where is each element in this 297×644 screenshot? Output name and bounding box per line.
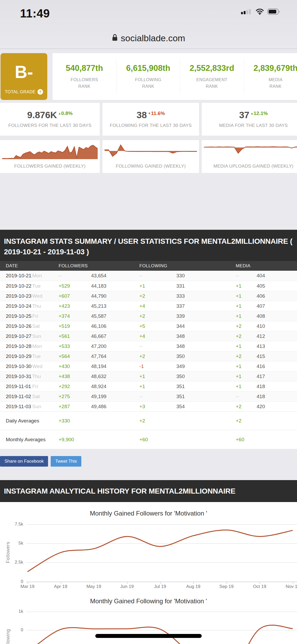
monthly-averages-label: Monthly Averages — [6, 437, 59, 443]
axis-tick — [61, 582, 61, 584]
cell-media_change: +1 — [236, 293, 257, 299]
rank-value: 540,877th — [66, 63, 103, 73]
y-axis-title: Followers — [5, 537, 11, 568]
x-axis-label: Apr 19 — [54, 584, 67, 589]
url-text: socialblade.com — [121, 33, 185, 43]
stat-label: FOLLOWING FOR THE LAST 30 DAYS — [110, 123, 192, 128]
rank-label: ENGAGEMENTRANK — [196, 77, 228, 90]
rank-value: 2,839,679th — [253, 63, 297, 73]
axis-tick — [260, 582, 260, 584]
cell-followers: 47,764 — [91, 353, 139, 359]
cell-followers: 48,632 — [91, 374, 139, 379]
rank-label: FOLLOWERSRANK — [71, 77, 98, 90]
cell-followers: 48,194 — [91, 364, 139, 369]
tweet-button[interactable]: Tweet This — [51, 456, 81, 467]
cell-media_change: +1 — [236, 303, 257, 309]
cell-following: 337 — [176, 303, 236, 309]
cell-media_change: +1 — [236, 343, 257, 349]
cell-date: 2019-11-01 — [6, 384, 32, 389]
rank-item: 540,877thFOLLOWERSRANK — [53, 59, 116, 94]
following-line-chart — [26, 611, 297, 644]
up-arrow-icon: ▲ — [251, 112, 254, 115]
cell-following_change: -- — [139, 273, 176, 279]
cell-following: 351 — [176, 384, 236, 389]
cell-media: 417 — [257, 374, 297, 379]
browser-chrome: 11:49 — [0, 0, 297, 49]
share-facebook-button[interactable]: Share on Facebook — [0, 456, 48, 467]
daily-averages-row: Daily Averages +330 +2 +2 — [0, 411, 297, 430]
cell-date: 2019-11-03 — [6, 404, 32, 410]
cell-day: Thu — [32, 374, 59, 379]
stat-delta: ▲0.8% — [58, 111, 73, 116]
stat-card: 38▼11.6%FOLLOWING FOR THE LAST 30 DAYS — [102, 103, 199, 136]
cell-day: Wed — [32, 364, 59, 369]
sparkline-card: FOLLOWING GAINED (WEEKLY) — [102, 140, 199, 173]
y-axis-title: Following — [5, 624, 11, 644]
cell-following: 348 — [176, 343, 236, 349]
history-title: INSTAGRAM ANALYTICAL HISTORY FOR MENTAL2… — [0, 480, 297, 502]
cell-following: 350 — [176, 353, 236, 359]
column-header-date: DATE — [6, 263, 32, 269]
monthly-media-average: +60 — [236, 437, 257, 443]
grade-row: B- TOTAL GRADE ? 540,877thFOLLOWERSRANK6… — [1, 53, 297, 100]
clock: 11:49 — [20, 7, 50, 20]
rank-item: 2,839,679thMEDIARANK — [244, 59, 297, 94]
cell-media: 406 — [257, 293, 297, 299]
cell-media: 415 — [257, 353, 297, 359]
cell-following_change: +4 — [139, 333, 176, 339]
cell-following: 351 — [176, 394, 236, 399]
table-row: 2019-10-30Wed+43048,194-1349+1416 — [0, 361, 297, 371]
cell-followers_change: +564 — [59, 353, 91, 359]
axis-tick — [293, 582, 293, 584]
stat-delta: ▲12.1% — [251, 111, 268, 116]
rank-label: MEDIARANK — [269, 77, 283, 90]
daily-followers-average: +330 — [59, 418, 91, 424]
cell-followers_change: +438 — [59, 374, 91, 379]
cell-media_change: +1 — [236, 283, 257, 289]
cell-followers_change: +607 — [59, 293, 91, 299]
table-row: 2019-10-24Thu+42345,213+4337+1407 — [0, 301, 297, 311]
cell-day: Mon — [32, 273, 59, 279]
monthly-following-average: +60 — [139, 437, 176, 443]
cell-followers: 44,790 — [91, 293, 139, 299]
cell-date: 2019-10-30 — [6, 364, 32, 369]
stat-label: MEDIA FOR THE LAST 30 DAYS — [219, 123, 288, 128]
cell-date: 2019-10-27 — [6, 333, 32, 339]
sparkline-card: MEDIA UPLOADS GAINED (WEEKLY) — [202, 140, 297, 173]
cell-following_change: +1 — [139, 283, 176, 289]
cell-followers_change: +423 — [59, 303, 91, 309]
cell-media_change: +1 — [236, 384, 257, 389]
followers-chart-title: Monthly Gained Followers for 'Motivation… — [0, 509, 297, 518]
help-icon[interactable]: ? — [37, 89, 43, 95]
monthly-followers-chart: 7.5k5k2.5k0Mar 19Apr 19May 19Jun 19Jul 1… — [0, 518, 297, 592]
down-arrow-icon: ▼ — [148, 112, 151, 115]
x-axis-label: Aug 19 — [186, 584, 200, 589]
cell-followers: 47,200 — [91, 343, 139, 349]
cell-day: Fri — [32, 384, 59, 389]
cell-media: 410 — [257, 323, 297, 329]
cell-followers_change: +533 — [59, 343, 91, 349]
summary-title: INSTAGRAM STATS SUMMARY / USER STATISTIC… — [0, 230, 297, 261]
cell-followers_change: +287 — [59, 404, 91, 410]
cell-followers_change: +292 — [59, 384, 91, 389]
axis-tick — [160, 582, 161, 584]
axis-tick — [127, 582, 128, 584]
cell-media: 413 — [257, 343, 297, 349]
cell-date: 2019-10-26 — [6, 323, 32, 329]
x-axis-label: Jul 19 — [154, 584, 166, 589]
url-bar[interactable]: socialblade.com — [0, 27, 297, 49]
cell-following_change: -1 — [139, 364, 176, 369]
cell-day: Sun — [32, 404, 59, 410]
column-header-media: MEDIA — [236, 263, 257, 269]
cell-media: 407 — [257, 303, 297, 309]
cell-media_change: -- — [236, 394, 257, 399]
cell-media: 408 — [257, 313, 297, 319]
daily-averages-label: Daily Averages — [6, 418, 59, 424]
cell-followers: 44,183 — [91, 283, 139, 289]
cell-day: Tue — [32, 353, 59, 359]
table-row: 2019-10-21Mon--43,654--330--404 — [0, 271, 297, 281]
home-indicator[interactable] — [95, 634, 202, 638]
cell-day: Tue — [32, 283, 59, 289]
cell-followers_change: +275 — [59, 394, 91, 399]
cell-followers_change: +430 — [59, 364, 91, 369]
